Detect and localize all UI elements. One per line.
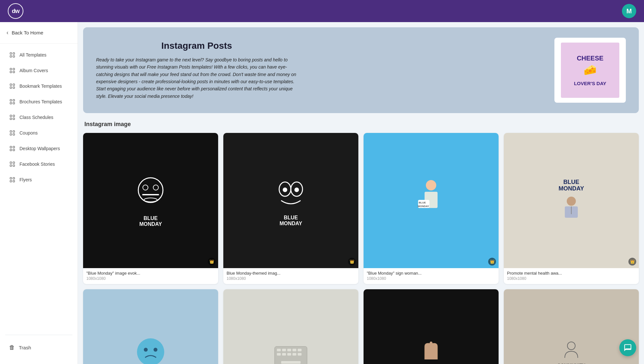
template-card-2[interactable]: BLUEMONDAY 👑 Blue Monday-themed imag... … bbox=[223, 133, 358, 284]
sidebar-item-coupons[interactable]: Coupons bbox=[3, 125, 75, 140]
svg-point-53 bbox=[144, 348, 148, 352]
svg-point-44 bbox=[294, 188, 299, 192]
template-card-5[interactable]: BLUE Blue Monday sad face... 1080x1080 bbox=[83, 289, 218, 364]
grid-icon-class bbox=[9, 114, 16, 121]
sidebar-item-bookmark-templates[interactable]: Bookmark Templates bbox=[3, 79, 75, 94]
svg-text:BLUE: BLUE bbox=[419, 201, 426, 204]
premium-crown-3: 👑 bbox=[488, 258, 496, 266]
svg-rect-33 bbox=[13, 177, 15, 179]
template-card-1[interactable]: BLUEMONDAY 👑 "Blue Monday" image evok...… bbox=[83, 133, 218, 284]
back-label: Back To Home bbox=[12, 30, 43, 35]
svg-rect-0 bbox=[10, 53, 12, 54]
woman-illustration: BLUE MONDAY bbox=[415, 179, 447, 221]
sidebar-label-desktop-wallpapers: Desktop Wallpapers bbox=[19, 146, 60, 151]
sidebar-item-desktop-wallpapers[interactable]: Desktop Wallpapers bbox=[3, 141, 75, 156]
svg-text:MONDAY: MONDAY bbox=[418, 205, 429, 208]
template-grid: BLUEMONDAY 👑 "Blue Monday" image evok...… bbox=[83, 133, 639, 364]
svg-rect-9 bbox=[13, 84, 15, 85]
svg-rect-4 bbox=[10, 68, 12, 70]
grid-icon-brochures bbox=[9, 98, 16, 105]
template-info-4: Promote mental health awa... 1080x1080 bbox=[504, 268, 639, 284]
face-illustration-2 bbox=[271, 175, 310, 214]
hero-title: Instagram Posts bbox=[96, 41, 297, 51]
svg-rect-32 bbox=[10, 177, 12, 179]
app-logo[interactable]: dw bbox=[8, 3, 23, 19]
svg-rect-35 bbox=[13, 180, 15, 182]
svg-rect-1 bbox=[13, 53, 15, 54]
main-content: Instagram Posts Ready to take your Insta… bbox=[78, 22, 644, 364]
sidebar-label-flyers: Flyers bbox=[19, 177, 32, 182]
svg-rect-61 bbox=[277, 353, 281, 356]
sidebar-label-facebook-stories: Facebook Stories bbox=[19, 162, 55, 167]
back-arrow-icon: ‹ bbox=[6, 29, 8, 36]
sidebar-item-class-schedules[interactable]: Class Schedules bbox=[3, 110, 75, 125]
svg-rect-21 bbox=[13, 131, 15, 132]
svg-point-54 bbox=[154, 348, 157, 352]
hero-preview-subtitle: LOVER'S DAY bbox=[574, 81, 606, 86]
template-thumb-1: BLUEMONDAY 👑 bbox=[83, 133, 218, 268]
svg-rect-64 bbox=[292, 353, 296, 356]
template-size-2: 1080x1080 bbox=[227, 276, 355, 281]
hero-banner: Instagram Posts Ready to take your Insta… bbox=[83, 27, 639, 113]
svg-rect-23 bbox=[13, 134, 15, 135]
hero-description: Ready to take your Instagram game to the… bbox=[96, 56, 297, 100]
trash-button[interactable]: 🗑 Trash bbox=[3, 339, 75, 356]
svg-point-38 bbox=[153, 185, 158, 190]
svg-rect-24 bbox=[10, 146, 12, 148]
sidebar-item-brochures-templates[interactable]: Brochures Templates bbox=[3, 94, 75, 109]
navbar: dw M bbox=[0, 0, 644, 22]
template-info-1: "Blue Monday" image evok... 1080x1080 bbox=[83, 268, 218, 284]
svg-rect-5 bbox=[13, 68, 15, 70]
template-name-2: Blue Monday-themed imag... bbox=[227, 271, 355, 276]
trash-icon: 🗑 bbox=[9, 344, 15, 351]
svg-rect-7 bbox=[13, 71, 15, 73]
svg-rect-22 bbox=[10, 134, 12, 135]
template-size-3: 1080x1080 bbox=[367, 276, 495, 281]
template-size-4: 1080x1080 bbox=[507, 276, 636, 281]
template-card-6[interactable]: Blue Monday keyboard... 1080x1080 bbox=[223, 289, 358, 364]
face-illustration-1 bbox=[131, 174, 170, 213]
svg-rect-25 bbox=[13, 146, 15, 148]
chat-button[interactable] bbox=[619, 339, 636, 356]
svg-rect-60 bbox=[298, 349, 302, 351]
svg-rect-58 bbox=[287, 349, 291, 351]
template-card-3[interactable]: BLUE MONDAY 👑 "Blue Monday" sign woman..… bbox=[364, 133, 499, 284]
layout: ‹ Back To Home All Templates Album Cover… bbox=[0, 22, 644, 364]
svg-rect-68 bbox=[430, 342, 432, 350]
svg-rect-6 bbox=[10, 71, 12, 73]
template-card-8[interactable]: COMMUNITYMANAGER Community Manager... 10… bbox=[504, 289, 639, 364]
sidebar-item-facebook-stories[interactable]: Facebook Stories bbox=[3, 157, 75, 172]
template-card-4[interactable]: BLUEMONDAY 👑 Promote mental health awa..… bbox=[504, 133, 639, 284]
grid-icon-bookmark bbox=[9, 83, 16, 89]
sidebar-label-coupons: Coupons bbox=[19, 130, 38, 136]
template-name-4: Promote mental health awa... bbox=[507, 271, 636, 276]
hero-text: Instagram Posts Ready to take your Insta… bbox=[96, 41, 297, 100]
svg-point-70 bbox=[567, 342, 575, 350]
grater-icon: 🧀 bbox=[584, 64, 597, 76]
svg-rect-30 bbox=[10, 165, 12, 166]
template-info-3: "Blue Monday" sign woman... 1080x1080 bbox=[364, 268, 499, 284]
sidebar-item-flyers[interactable]: Flyers bbox=[3, 172, 75, 187]
template-card-7[interactable]: BLUEMONDAY Blue Monday dark... 1080x1080 bbox=[364, 289, 499, 364]
sidebar: ‹ Back To Home All Templates Album Cover… bbox=[0, 22, 78, 364]
sidebar-label-class-schedules: Class Schedules bbox=[19, 115, 53, 120]
svg-point-37 bbox=[143, 185, 148, 190]
svg-point-45 bbox=[426, 180, 436, 190]
template-thumb-5: BLUE bbox=[83, 289, 218, 364]
sidebar-item-album-covers[interactable]: Album Covers bbox=[3, 63, 75, 78]
svg-point-36 bbox=[138, 178, 163, 202]
template-thumb-6 bbox=[223, 289, 358, 364]
sidebar-item-all-templates[interactable]: All Templates bbox=[3, 47, 75, 62]
sidebar-nav: All Templates Album Covers Bookmark Temp… bbox=[0, 44, 78, 332]
premium-crown-2: 👑 bbox=[348, 258, 356, 266]
back-to-home-button[interactable]: ‹ Back To Home bbox=[0, 22, 78, 44]
svg-point-40 bbox=[144, 198, 157, 202]
svg-rect-62 bbox=[282, 353, 286, 356]
svg-rect-8 bbox=[10, 84, 12, 85]
svg-rect-66 bbox=[281, 361, 301, 364]
svg-rect-12 bbox=[10, 99, 12, 101]
template-thumb-3: BLUE MONDAY 👑 bbox=[364, 133, 499, 268]
grid-icon-facebook bbox=[9, 161, 16, 167]
avatar-text: M bbox=[626, 7, 632, 15]
user-avatar[interactable]: M bbox=[622, 4, 636, 18]
